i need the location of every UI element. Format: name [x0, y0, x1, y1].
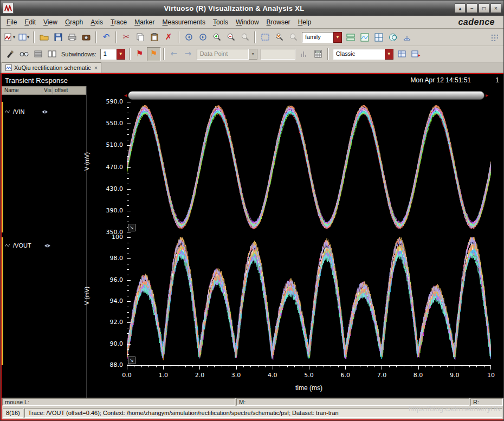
mouse-middle-status: M: — [236, 398, 469, 406]
trace-name: /VIN — [13, 108, 24, 115]
split-mode-button[interactable] — [372, 30, 386, 44]
zoom-fit-button[interactable] — [238, 30, 252, 44]
undo-button[interactable]: ↶ — [99, 30, 113, 44]
coordinate-field[interactable] — [261, 49, 295, 60]
table-export-button[interactable] — [409, 47, 423, 61]
snapshot-button[interactable] — [79, 30, 93, 44]
strip-corner-marker[interactable]: ↘ — [128, 224, 135, 231]
tab-waveform[interactable]: XuQiu rectification schematic × — [2, 62, 101, 73]
signal-bars-button[interactable] — [297, 47, 311, 61]
mouse-left-status: mouse L: — [2, 398, 235, 406]
combo-arrow-icon[interactable]: ▼ — [117, 49, 125, 60]
combo-arrow-icon[interactable]: ▼ — [385, 49, 393, 60]
minimize-button[interactable]: − — [467, 3, 477, 13]
menu-item-measurements[interactable]: Measurements — [159, 17, 209, 28]
next-point-button[interactable]: → — [181, 47, 195, 61]
menu-bar: File Edit View Graph Axis Trace Marker M… — [1, 16, 503, 29]
zoom-x-button[interactable] — [272, 30, 286, 44]
scroll-left-arrow-icon[interactable]: ◂ — [124, 93, 127, 98]
x-tick-label: 8.0 — [413, 372, 423, 379]
previous-view-button[interactable] — [182, 30, 196, 44]
signal-icon — [5, 109, 10, 114]
open-button[interactable] — [37, 30, 51, 44]
y-tick-label: 470.0 — [98, 164, 123, 171]
red-flag-button[interactable]: ⚑ — [133, 47, 147, 61]
new-window-button[interactable]: ▾ — [3, 30, 17, 44]
toolbar-separator — [178, 31, 179, 43]
plot-scrollbar[interactable]: ◂ ▸ — [124, 90, 488, 100]
tab-close-icon[interactable]: × — [94, 64, 98, 71]
y-tick-label: 550.0 — [98, 120, 123, 127]
polar-mode-button[interactable] — [400, 30, 414, 44]
plot-canvas-vin[interactable] — [127, 102, 491, 232]
strip-corner-marker[interactable]: ↘ — [128, 357, 135, 364]
datapoint-combo[interactable]: Data Point ▾ — [197, 49, 257, 60]
x-tick-label: 7.0 — [377, 372, 387, 379]
trace-row-vout[interactable]: /VOUT — [5, 242, 51, 249]
glasses-button[interactable] — [17, 47, 31, 61]
strips-view-button[interactable] — [31, 47, 45, 61]
menu-item-marker[interactable]: Marker — [131, 17, 158, 28]
visibility-eye-icon[interactable] — [44, 243, 51, 248]
zoom-y-button[interactable] — [286, 30, 300, 44]
menu-item-help[interactable]: Help — [294, 17, 315, 28]
menu-item-view[interactable]: View — [40, 17, 61, 28]
menu-item-tools[interactable]: Tools — [209, 17, 232, 28]
next-view-button[interactable] — [196, 30, 210, 44]
red-flag-icon: ⚑ — [136, 50, 143, 58]
menu-item-file[interactable]: File — [3, 17, 21, 28]
mouse-status-bar: mouse L: M: R: — [2, 398, 503, 406]
menu-item-window[interactable]: Window — [232, 17, 263, 28]
toolbar-grip-icon[interactable] — [487, 30, 501, 44]
menu-item-graph[interactable]: Graph — [61, 17, 87, 28]
trace-row-vin[interactable]: /VIN — [5, 108, 48, 115]
trace-table-header: Name Vis offset — [2, 86, 86, 95]
maximize-button[interactable]: □ — [479, 3, 489, 13]
toolbar-separator — [163, 48, 165, 60]
copy-button[interactable] — [133, 30, 147, 44]
combo-arrow-icon[interactable]: ▾ — [249, 49, 257, 60]
menu-item-edit[interactable]: Edit — [21, 17, 40, 28]
composite-mode-button[interactable] — [344, 30, 358, 44]
strip-mode-button[interactable] — [358, 30, 372, 44]
subwindow-frame: Transient Response Mon Apr 12 14:51:51 1… — [1, 73, 504, 420]
trace-name: /VOUT — [13, 242, 31, 249]
title-bar[interactable]: Virtuoso (R) Visualization & Analysis XL… — [1, 1, 503, 16]
box-zoom-button[interactable] — [258, 30, 272, 44]
y-axis-label-vout: V (mV) — [83, 297, 90, 305]
rollup-button[interactable]: ▴ — [455, 3, 466, 13]
delete-button[interactable]: ✗ — [161, 30, 176, 44]
smith-mode-button[interactable] — [386, 30, 400, 44]
subwindow-split-button[interactable] — [45, 47, 59, 61]
combo-arrow-icon[interactable]: ▼ — [333, 32, 342, 43]
save-button[interactable] — [51, 30, 65, 44]
menu-item-browser[interactable]: Browser — [263, 17, 294, 28]
annotate-button[interactable] — [3, 47, 17, 61]
family-combo[interactable]: family ▼ — [302, 32, 342, 43]
print-button[interactable] — [65, 30, 79, 44]
menu-item-trace[interactable]: Trace — [107, 17, 131, 28]
menu-item-axis[interactable]: Axis — [87, 17, 107, 28]
trace-table: Name Vis offset /VIN /VOUT — [2, 86, 87, 398]
toolbar-separator — [33, 31, 35, 43]
x-tick-label: 0.0 — [122, 372, 132, 379]
visibility-eye-icon[interactable] — [41, 109, 48, 114]
page-number: 1 — [495, 76, 499, 84]
label-style-combo[interactable]: Classic ▼ — [333, 49, 393, 60]
calculator-button[interactable] — [311, 47, 325, 61]
close-button[interactable]: × — [490, 3, 501, 13]
scrollbar-thumb[interactable] — [128, 91, 484, 100]
paste-button[interactable] — [147, 30, 161, 44]
plot-canvas-vout[interactable] — [127, 237, 491, 365]
zoom-out-button[interactable] — [224, 30, 238, 44]
zoom-in-button[interactable] — [210, 30, 224, 44]
window-layout-button[interactable]: ▾ — [17, 30, 31, 44]
orange-flag-button[interactable]: ⚑ — [147, 47, 161, 61]
toolbar-separator — [129, 48, 131, 60]
subwindows-combo[interactable]: 1 ▼ — [100, 49, 125, 60]
cut-button[interactable]: ✂ — [119, 30, 133, 44]
table-view-button[interactable] — [395, 47, 409, 61]
undo-icon: ↶ — [103, 33, 110, 41]
previous-point-button[interactable]: ← — [167, 47, 181, 61]
scroll-right-arrow-icon[interactable]: ▸ — [486, 93, 488, 98]
